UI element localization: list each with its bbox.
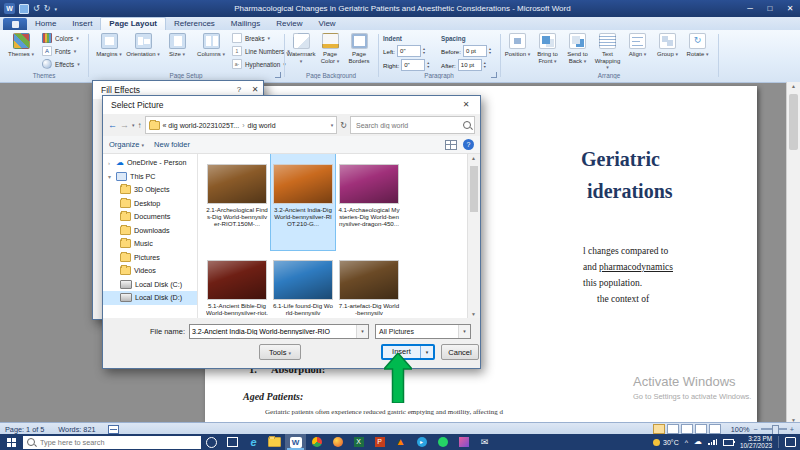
spacing-before-spinner[interactable]: ▴▾: [489, 47, 491, 55]
redo-icon[interactable]: ↻: [44, 4, 51, 14]
page-setup-dialog-launcher[interactable]: [275, 72, 281, 78]
zoom-in-icon[interactable]: +: [790, 425, 794, 434]
indent-left-spinner[interactable]: ▴▾: [423, 47, 425, 55]
cortana-icon[interactable]: [201, 434, 222, 450]
dialog-close-icon[interactable]: ✕: [452, 96, 480, 114]
help-icon[interactable]: ?: [463, 139, 474, 150]
clock[interactable]: 3:23 PM 10/27/2023: [740, 435, 772, 449]
file-item[interactable]: 6.1-Life found-Dig World-bennysilv: [271, 250, 335, 318]
sidebar-item-documents[interactable]: Documents: [103, 210, 197, 224]
tools-button[interactable]: Tools ▾: [259, 344, 301, 360]
sidebar-item-videos[interactable]: Videos: [103, 264, 197, 278]
view-print-layout-icon[interactable]: [653, 424, 665, 434]
proofing-icon[interactable]: [108, 425, 119, 434]
theme-effects-button[interactable]: Effects▾: [42, 59, 80, 69]
file-explorer-icon[interactable]: [264, 434, 285, 450]
sidebar-item-3d-objects[interactable]: 3D Objects: [103, 183, 197, 197]
insert-dropdown-icon[interactable]: ▾: [420, 346, 433, 358]
file-item[interactable]: 5.1-Ancient Bible-Dig World-bennysilver-…: [205, 250, 269, 318]
scroll-up-icon[interactable]: ▲: [791, 83, 796, 89]
sidebar-item-local-disk-c[interactable]: Local Disk (C:): [103, 278, 197, 292]
scrollbar-thumb[interactable]: [789, 94, 798, 150]
cancel-button[interactable]: Cancel: [441, 344, 479, 360]
page-color-button[interactable]: Page Color ▾: [316, 33, 344, 64]
tab-references[interactable]: References: [166, 18, 223, 30]
battery-icon[interactable]: [723, 439, 734, 446]
file-tab[interactable]: [3, 18, 27, 30]
zoom-level[interactable]: 100%: [731, 425, 750, 434]
powerpoint-icon[interactable]: P: [369, 434, 390, 450]
action-center-icon[interactable]: [785, 437, 796, 447]
themes-button[interactable]: Themes ▾: [4, 33, 38, 58]
history-dropdown-icon[interactable]: ▾: [132, 122, 135, 128]
size-button[interactable]: Size ▾: [160, 33, 194, 58]
file-item-selected[interactable]: 3.2-Ancient India-Dig World-bennysilver-…: [271, 154, 335, 250]
back-icon[interactable]: ←: [108, 121, 117, 130]
close-button[interactable]: ✕: [780, 0, 800, 17]
tab-view[interactable]: View: [310, 18, 343, 30]
group-button[interactable]: Group ▾: [653, 33, 682, 58]
breadcrumb-parent[interactable]: « dig world-20231025T...: [163, 122, 240, 129]
line-numbers-button[interactable]: 1Line Numbers▾: [232, 46, 290, 56]
file-grid-scrollbar[interactable]: ▲ ▼: [467, 154, 480, 318]
edge-icon[interactable]: e: [243, 434, 264, 450]
vlc-icon[interactable]: ▲: [390, 434, 411, 450]
page-indicator[interactable]: Page: 1 of 5: [5, 425, 44, 434]
minimize-button[interactable]: ─: [740, 0, 760, 17]
address-dropdown-icon[interactable]: ▾: [331, 122, 334, 128]
indent-left-input[interactable]: 0": [397, 45, 421, 57]
send-to-back-button[interactable]: Send to Back ▾: [563, 33, 592, 64]
sidebar-item-this-pc[interactable]: ▾This PC: [103, 170, 197, 184]
view-options-icon[interactable]: [445, 140, 457, 150]
tab-insert[interactable]: Insert: [64, 18, 100, 30]
file-item[interactable]: 4.1-Archaeological Mysteries-Dig World-b…: [337, 154, 401, 250]
view-web-layout-icon[interactable]: [681, 424, 693, 434]
scroll-up-icon[interactable]: ▲: [471, 155, 476, 161]
breadcrumb-current[interactable]: dig world: [248, 122, 276, 129]
indent-right-spinner[interactable]: ▴▾: [427, 61, 429, 69]
scrollbar-thumb[interactable]: [470, 166, 478, 212]
file-type-combo[interactable]: All Pictures ▾: [375, 324, 471, 339]
paragraph-dialog-launcher[interactable]: [491, 72, 497, 78]
whatsapp-icon[interactable]: [432, 434, 453, 450]
align-button[interactable]: Align ▾: [623, 33, 652, 58]
tab-home[interactable]: Home: [27, 18, 64, 30]
onedrive-tray-icon[interactable]: ☁: [694, 438, 702, 446]
start-button[interactable]: [7, 438, 16, 447]
qat-dropdown-icon[interactable]: ▾: [54, 4, 57, 14]
sidebar-item-pictures[interactable]: Pictures: [103, 251, 197, 265]
word-taskbar-icon[interactable]: W: [285, 434, 306, 450]
address-bar[interactable]: « dig world-20231025T... › dig world ▾: [145, 116, 338, 134]
excel-icon[interactable]: X: [348, 434, 369, 450]
orientation-button[interactable]: Orientation ▾: [126, 33, 160, 58]
tab-mailings[interactable]: Mailings: [223, 18, 268, 30]
tray-expand-icon[interactable]: ^: [685, 439, 688, 446]
file-item[interactable]: 7.1-artefact-Dig World-bennysilv: [337, 250, 401, 318]
mail-icon[interactable]: ✉: [474, 434, 495, 450]
scroll-down-icon[interactable]: ▼: [471, 311, 476, 317]
spacing-before-input[interactable]: 0 pt: [463, 45, 487, 57]
sidebar-item-music[interactable]: Music: [103, 237, 197, 251]
document-scrollbar[interactable]: ▲ ▼: [786, 82, 800, 424]
word-count[interactable]: Words: 821: [58, 425, 95, 434]
sidebar-item-local-disk-d[interactable]: Local Disk (D:): [103, 291, 197, 305]
zoom-out-icon[interactable]: −: [753, 425, 757, 434]
taskbar-search-input[interactable]: [38, 437, 197, 448]
maximize-button[interactable]: □: [760, 0, 780, 17]
view-draft-icon[interactable]: [709, 424, 721, 434]
firefox-icon[interactable]: [327, 434, 348, 450]
position-button[interactable]: Position ▾: [503, 33, 532, 58]
file-item[interactable]: 2.1-Archeological Finds-Dig World-bennys…: [205, 154, 269, 250]
forward-icon[interactable]: →: [120, 121, 129, 130]
file-name-dropdown-icon[interactable]: ▾: [356, 325, 368, 338]
hyphenation-button[interactable]: a-Hyphenation▾: [232, 59, 290, 69]
chrome-icon[interactable]: [306, 434, 327, 450]
watermark-button[interactable]: Watermark ▾: [287, 33, 315, 64]
sidebar-item-downloads[interactable]: Downloads: [103, 224, 197, 238]
search-box[interactable]: [350, 116, 475, 134]
tab-page-layout[interactable]: Page Layout: [100, 17, 166, 30]
columns-button[interactable]: Columns ▾: [194, 33, 228, 58]
search-input[interactable]: [354, 121, 463, 130]
up-icon[interactable]: ↑: [138, 121, 142, 130]
weather-widget[interactable]: 30°C: [653, 439, 679, 446]
